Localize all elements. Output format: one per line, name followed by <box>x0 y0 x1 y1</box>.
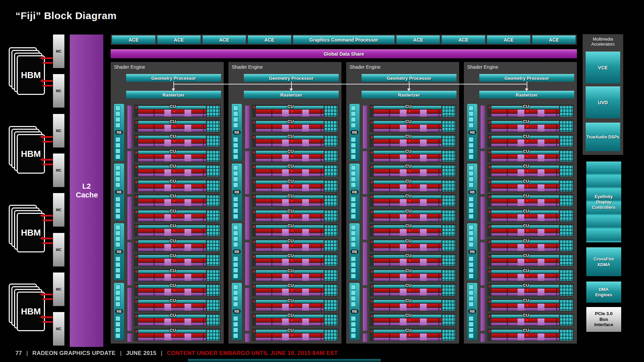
cu-status-dot <box>173 200 175 202</box>
cu-branch-block <box>400 184 407 191</box>
cu-branch-block <box>302 139 309 146</box>
shader-engine: Shader EngineGeometry ProcessorRasterize… <box>111 62 224 344</box>
memory-controller-block: MC <box>53 193 64 227</box>
cu-branch-block <box>400 229 407 236</box>
rb-cell <box>233 327 238 333</box>
cu-texture-cache-grid <box>325 210 337 221</box>
memory-controller-block: MC <box>53 154 64 187</box>
cu-row: CU <box>370 194 456 207</box>
rb-cell <box>115 225 120 230</box>
cu-lds-bar <box>491 278 559 281</box>
hbm-mc-link <box>43 220 53 221</box>
cu-lds-bar <box>138 233 206 236</box>
cu-row: CU <box>134 299 221 311</box>
cu-branch-block <box>420 289 427 296</box>
cu-branch-block <box>184 304 191 311</box>
cu-status-dot <box>173 245 175 247</box>
cu-lds-bar <box>374 293 441 296</box>
cu-texture-cache-grid <box>207 195 220 206</box>
rb-cell <box>351 316 356 321</box>
lds-bar-segment <box>363 334 367 342</box>
cu-texture-cache-grid <box>207 121 220 132</box>
rb-cell <box>233 268 238 273</box>
cu-label: CU <box>405 298 412 303</box>
cu-branch-block <box>184 155 191 162</box>
cu-status-dot <box>489 271 490 273</box>
rb-cell <box>233 285 238 290</box>
rb-cell <box>469 214 474 219</box>
cu-branch-block <box>184 259 191 266</box>
cu-label: CU <box>170 164 176 169</box>
cu-simd-bar <box>256 125 324 128</box>
cu-branch-block <box>538 304 544 311</box>
cu-status-dot <box>173 290 175 291</box>
cu-status-dot <box>489 226 490 228</box>
cu-branch-block <box>184 110 191 117</box>
rb-cell <box>469 333 474 338</box>
cu-texture-cache-grid <box>207 136 220 146</box>
rb-cell <box>351 327 356 333</box>
rb-label: RB <box>233 250 241 254</box>
lds-bar-segment <box>245 151 250 194</box>
cu-branch-block <box>184 214 191 221</box>
cu-simd-bar <box>491 155 559 158</box>
cu-label: CU <box>287 193 294 198</box>
lds-bar-segment <box>127 151 132 194</box>
global-data-share-label: Global Data Share <box>324 51 364 57</box>
cu-status-dot <box>253 136 255 138</box>
shader-engine: Shader EngineGeometry ProcessorRasterize… <box>464 62 577 344</box>
cu-simd-bar <box>491 199 559 203</box>
cu-branch-block <box>518 155 524 162</box>
rb-label: RB <box>115 130 123 135</box>
cu-branch-block <box>164 184 171 191</box>
cu-branch-block <box>400 214 407 221</box>
cu-lds-bar <box>138 129 206 132</box>
hbm-label: HBM <box>17 292 45 331</box>
cu-status-dot <box>173 170 175 172</box>
cu-lds-bar <box>256 263 324 266</box>
rb-cell <box>233 262 238 267</box>
cu-branch-block <box>420 184 427 191</box>
cu-texture-cache-grid <box>442 136 455 146</box>
rb-cell <box>351 202 356 207</box>
trueaudio-dsps-block: TrueAudio DSPs <box>586 123 620 151</box>
cu-label: CU <box>523 164 529 169</box>
rb-cell <box>233 106 238 111</box>
cu-lds-bar <box>256 203 324 206</box>
cu-label: CU <box>287 283 294 288</box>
cu-lds-bar <box>256 323 324 325</box>
cu-texture-cache-grid <box>325 195 337 206</box>
crossbar-arrowhead-icon <box>525 88 528 91</box>
cu-branch-block <box>400 304 407 311</box>
cu-label: CU <box>287 223 294 228</box>
cu-simd-bar <box>256 318 324 322</box>
cu-texture-cache-grid <box>325 225 337 236</box>
cu-row: CU <box>487 149 574 162</box>
cu-branch-block <box>518 125 524 132</box>
cu-status-dot <box>291 111 293 112</box>
cu-texture-cache-grid <box>560 285 573 296</box>
cu-status-dot <box>136 241 137 243</box>
page-title: “Fiji” Block Diagram <box>15 10 117 21</box>
cu-simd-bar <box>491 229 559 233</box>
cu-row: CU <box>370 254 456 266</box>
memory-controller-block: MC <box>53 35 64 68</box>
cu-branch-block <box>282 334 289 341</box>
cu-branch-block <box>184 139 191 146</box>
cu-status-dot <box>136 226 137 228</box>
cu-branch-block <box>420 125 427 132</box>
cu-branch-block <box>518 110 524 117</box>
rb-label: RB <box>115 309 123 314</box>
cu-branch-block <box>282 110 289 117</box>
cu-lds-bar <box>374 263 441 266</box>
cu-simd-bar <box>491 334 559 337</box>
cu-label: CU <box>523 223 529 228</box>
cu-label: CU <box>523 268 529 273</box>
memory-controller-block: MC <box>53 74 64 108</box>
rb-cell <box>469 197 474 202</box>
cu-lds-bar <box>491 114 559 117</box>
cu-texture-cache-grid <box>325 121 337 132</box>
cu-lds-bar <box>138 293 206 296</box>
cu-label: CU <box>170 104 176 109</box>
cu-simd-bar <box>374 184 441 188</box>
